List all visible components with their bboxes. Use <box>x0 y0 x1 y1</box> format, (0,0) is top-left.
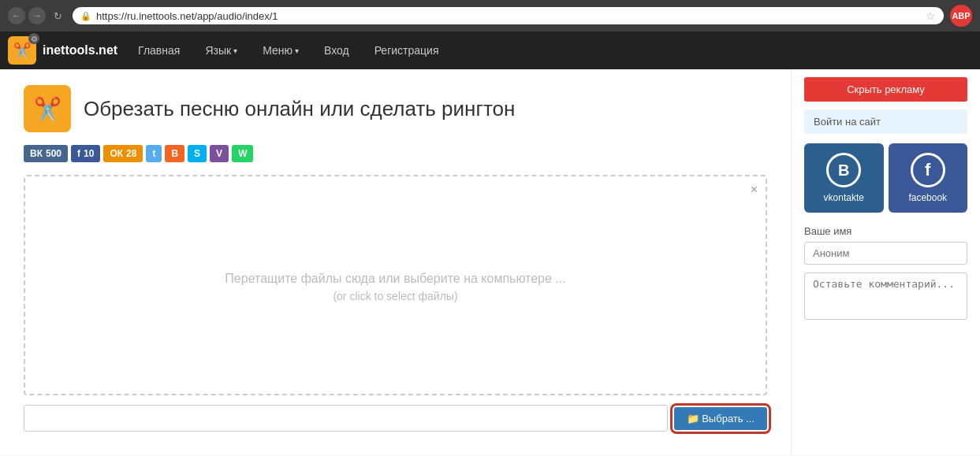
fb-login-icon: f <box>911 153 945 187</box>
vk-login-label: vkontakte <box>824 192 864 203</box>
wa-icon: W <box>238 148 247 159</box>
viber-icon: V <box>216 148 222 159</box>
url-text: https://ru.inettools.net/app/audio/index… <box>96 10 921 22</box>
nav-language[interactable]: Язык ▾ <box>200 41 242 60</box>
nav-home[interactable]: Главная <box>133 41 184 60</box>
vk-login-button[interactable]: В vkontakte <box>804 143 884 213</box>
vk-icon: ВК <box>30 148 43 159</box>
login-section: Войти на сайт <box>804 109 967 134</box>
top-nav: ✂️ ⚙ inettools.net Главная Язык ▾ Меню ▾… <box>0 32 980 69</box>
app-icon: ✂️ <box>24 85 71 132</box>
sidebar: Скрыть рекламу Войти на сайт В vkontakte… <box>791 69 980 455</box>
logo-icon: ✂️ ⚙ <box>8 36 36 65</box>
fb-login-label: facebook <box>908 192 947 203</box>
name-input[interactable] <box>804 242 967 265</box>
social-login-buttons: В vkontakte f facebook <box>804 143 967 213</box>
upload-drop-area[interactable]: × Перетащите файлы сюда или выберите на … <box>24 175 767 395</box>
nav-login[interactable]: Вход <box>319 41 354 60</box>
file-path-input[interactable] <box>24 405 668 432</box>
social-share-bar: ВК 500 f 10 ОК 28 t B S V <box>24 145 767 162</box>
comment-input[interactable] <box>804 272 967 320</box>
forward-button[interactable]: → <box>28 7 46 24</box>
scissors-icon: ✂️ <box>34 96 61 122</box>
browser-chrome: ← → ↻ 🔒 https://ru.inettools.net/app/aud… <box>0 0 980 32</box>
hide-ads-button[interactable]: Скрыть рекламу <box>804 77 967 102</box>
share-skype-button[interactable]: S <box>188 145 207 162</box>
fb-count: 10 <box>84 148 94 159</box>
tw-icon: t <box>152 148 155 159</box>
vk-count: 500 <box>46 148 61 159</box>
page-title: Обрезать песню онлайн или сделать рингто… <box>84 97 515 121</box>
share-vk-button[interactable]: ВК 500 <box>24 145 68 162</box>
share-ok-button[interactable]: ОК 28 <box>103 145 143 162</box>
page-header: ✂️ Обрезать песню онлайн или сделать рин… <box>24 85 767 132</box>
user-avatar[interactable]: ABP <box>950 5 972 27</box>
file-row: 📁 Выбрать ... <box>24 405 767 432</box>
gear-icon: ⚙ <box>28 33 39 44</box>
fb-login-button[interactable]: f facebook <box>889 143 968 213</box>
refresh-button[interactable]: ↻ <box>49 7 66 24</box>
close-icon[interactable]: × <box>751 183 758 197</box>
language-dropdown-arrow: ▾ <box>233 46 237 55</box>
back-button[interactable]: ← <box>8 7 25 24</box>
fb-icon: f <box>77 148 80 159</box>
share-tw-button[interactable]: t <box>146 145 162 162</box>
skype-icon: S <box>194 148 200 159</box>
lock-icon: 🔒 <box>80 11 91 21</box>
your-name-label: Ваше имя <box>804 225 967 237</box>
blog-icon: B <box>171 148 178 159</box>
upload-sub-text: (or click to select файлы) <box>333 290 457 302</box>
page-wrapper: ✂️ Обрезать песню онлайн или сделать рин… <box>0 69 980 455</box>
share-wa-button[interactable]: W <box>232 145 253 162</box>
ok-count: 28 <box>126 148 136 159</box>
vk-login-icon: В <box>826 153 861 187</box>
site-name: inettools.net <box>43 43 117 57</box>
logo-scissors: ✂️ <box>13 42 31 59</box>
nav-buttons: ← → ↻ <box>8 7 66 24</box>
main-content: ✂️ Обрезать песню онлайн или сделать рин… <box>0 69 791 455</box>
menu-dropdown-arrow: ▾ <box>295 46 299 55</box>
choose-file-button[interactable]: 📁 Выбрать ... <box>674 407 767 430</box>
ok-icon: ОК <box>110 148 123 159</box>
share-viber-button[interactable]: V <box>210 145 229 162</box>
share-fb-button[interactable]: f 10 <box>71 145 100 162</box>
bookmark-icon[interactable]: ☆ <box>926 9 936 22</box>
upload-main-text: Перетащите файлы сюда или выберите на ко… <box>225 268 565 291</box>
share-blog-button[interactable]: B <box>165 145 184 162</box>
logo-area[interactable]: ✂️ ⚙ inettools.net <box>8 36 117 65</box>
nav-register[interactable]: Регистрация <box>370 41 444 60</box>
address-bar[interactable]: 🔒 https://ru.inettools.net/app/audio/ind… <box>73 7 944 24</box>
nav-menu[interactable]: Меню ▾ <box>258 41 304 60</box>
login-label: Войти на сайт <box>814 116 881 128</box>
